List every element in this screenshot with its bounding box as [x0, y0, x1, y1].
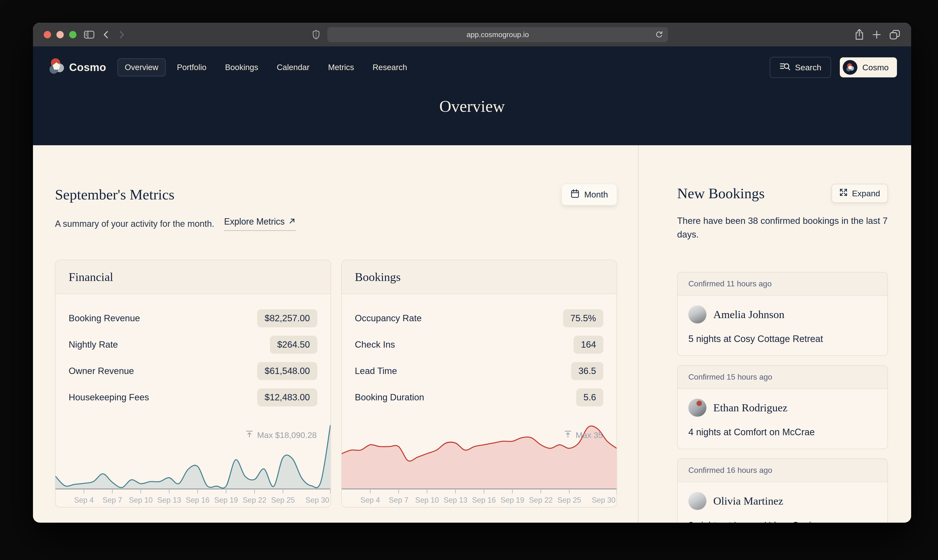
search-button[interactable]: Search [770, 57, 831, 78]
nav-item-research[interactable]: Research [365, 58, 414, 76]
financial-max-label: Max $18,090.28 [257, 430, 317, 440]
max-marker-icon [245, 430, 253, 440]
metrics-subtitle: A summary of your activity for the month… [55, 219, 214, 229]
table-row: Owner Revenue $61,548.00 [69, 362, 317, 380]
metrics-section: September's Metrics Month A summary of y… [33, 145, 638, 523]
booking-status: Confirmed 16 hours ago [677, 459, 887, 482]
metric-label: Occupancy Rate [355, 313, 422, 323]
svg-text:Sep 16: Sep 16 [186, 496, 210, 505]
expand-button-label: Expand [852, 189, 880, 198]
financial-chart: Sep 4Sep 7Sep 10Sep 13Sep 16Sep 19Sep 22… [56, 422, 330, 507]
bookings-card-rows: Occupancy Rate 75.5% Check Ins 164 Lead … [342, 294, 617, 416]
primary-nav: Overview Portfolio Bookings Calendar Met… [117, 58, 415, 76]
guest-name: Ethan Rodriguez [713, 402, 788, 414]
new-bookings-summary: There have been 38 confirmed bookings in… [677, 214, 888, 241]
app-header: Cosmo Overview Portfolio Bookings Calend… [33, 46, 911, 145]
zoom-button[interactable] [69, 31, 76, 38]
financial-card-rows: Booking Revenue $82,257.00 Nightly Rate … [56, 294, 330, 416]
svg-text:Sep 19: Sep 19 [500, 496, 524, 505]
booking-card[interactable]: Confirmed 16 hours ago Olivia Martinez 3… [677, 458, 888, 523]
svg-text:Sep 19: Sep 19 [214, 496, 238, 505]
bookings-max-label: Max 35 [576, 430, 603, 440]
metrics-section-head: September's Metrics Month [55, 184, 617, 205]
account-button[interactable]: Cosmo [840, 57, 897, 77]
metric-cards: Financial Booking Revenue $82,257.00 Nig… [55, 260, 617, 508]
svg-text:Sep 10: Sep 10 [129, 496, 153, 505]
booking-status: Confirmed 11 hours ago [677, 272, 887, 295]
svg-text:Sep 13: Sep 13 [444, 496, 467, 505]
nav-item-portfolio[interactable]: Portfolio [170, 58, 214, 76]
svg-text:Sep 4: Sep 4 [360, 496, 380, 505]
tab-overview-icon[interactable] [889, 29, 900, 40]
svg-text:Sep 30: Sep 30 [592, 496, 615, 505]
booking-card-body: Ethan Rodriguez 4 nights at Comfort on M… [677, 389, 887, 449]
booking-card-body: Olivia Martinez 3 nights at Luxury Urban… [677, 482, 887, 523]
back-button-icon[interactable] [102, 30, 110, 40]
search-list-icon [779, 62, 790, 73]
nav-item-overview[interactable]: Overview [117, 58, 166, 76]
booking-detail: 5 nights at Cosy Cottage Retreat [688, 334, 877, 344]
avatar [688, 305, 707, 323]
booking-card[interactable]: Confirmed 11 hours ago Amelia Johnson 5 … [677, 272, 888, 356]
new-bookings-list: Confirmed 11 hours ago Amelia Johnson 5 … [677, 272, 888, 523]
search-button-label: Search [795, 63, 821, 72]
explore-metrics-label: Explore Metrics [224, 217, 285, 227]
svg-text:Sep 16: Sep 16 [472, 496, 496, 505]
metric-label: Booking Duration [355, 392, 424, 403]
metric-value: 5.6 [576, 388, 603, 406]
booking-status: Confirmed 15 hours ago [677, 366, 887, 389]
financial-max-annotation: Max $18,090.28 [245, 430, 317, 440]
new-bookings-section: New Bookings Expand There have been 38 c… [638, 145, 911, 523]
table-row: Housekeeping Fees $12,483.00 [69, 388, 317, 406]
metrics-section-title: September's Metrics [55, 186, 174, 203]
account-logo-icon [843, 60, 858, 75]
brand[interactable]: Cosmo [47, 57, 106, 78]
guest-row: Olivia Martinez [688, 492, 877, 510]
minimize-button[interactable] [56, 31, 64, 38]
expand-button[interactable]: Expand [832, 184, 888, 203]
metric-value: $82,257.00 [257, 309, 317, 327]
table-row: Occupancy Rate 75.5% [355, 309, 603, 327]
metrics-subtitle-row: A summary of your activity for the month… [55, 217, 617, 231]
financial-card-title: Financial [56, 260, 330, 294]
metric-label: Owner Revenue [69, 366, 134, 376]
guest-name: Olivia Martinez [713, 495, 783, 507]
table-row: Nightly Rate $264.50 [69, 335, 317, 354]
svg-text:Sep 7: Sep 7 [389, 496, 408, 505]
booking-card[interactable]: Confirmed 15 hours ago Ethan Rodriguez 4… [677, 365, 888, 449]
sidebar-toggle-icon[interactable] [84, 30, 94, 39]
table-row: Check Ins 164 [355, 335, 603, 354]
nav-item-calendar[interactable]: Calendar [270, 58, 317, 76]
explore-metrics-link[interactable]: Explore Metrics [224, 217, 296, 231]
window-controls [44, 31, 76, 38]
svg-text:Sep 25: Sep 25 [557, 496, 581, 505]
svg-text:Sep 7: Sep 7 [103, 496, 122, 505]
bookings-card-title: Bookings [342, 260, 617, 294]
nav-item-bookings[interactable]: Bookings [218, 58, 265, 76]
close-button[interactable] [44, 31, 51, 38]
forward-button-icon[interactable] [117, 30, 126, 40]
nav-item-metrics[interactable]: Metrics [321, 58, 361, 76]
guest-row: Amelia Johnson [688, 305, 877, 323]
metric-label: Lead Time [355, 366, 397, 376]
svg-text:Sep 4: Sep 4 [74, 496, 94, 505]
booking-card-body: Amelia Johnson 5 nights at Cosy Cottage … [677, 295, 887, 355]
arrow-up-right-icon [288, 217, 296, 227]
address-bar[interactable]: app.cosmogroup.io [327, 27, 668, 42]
browser-window: app.cosmogroup.io [33, 23, 911, 523]
new-tab-icon[interactable] [872, 29, 882, 40]
svg-text:Sep 22: Sep 22 [529, 496, 552, 505]
svg-text:Sep 10: Sep 10 [415, 496, 439, 505]
privacy-shield-icon[interactable] [312, 29, 320, 40]
brand-name: Cosmo [69, 61, 106, 74]
period-selector-button[interactable]: Month [562, 184, 617, 205]
booking-detail: 3 nights at Luxury Urban Oasis [688, 520, 877, 523]
bookings-max-annotation: Max 35 [564, 430, 603, 440]
app-nav-row: Cosmo Overview Portfolio Bookings Calend… [33, 46, 911, 88]
guest-row: Ethan Rodriguez [688, 398, 877, 417]
reload-icon[interactable] [655, 31, 663, 39]
metric-value: $12,483.00 [257, 388, 317, 406]
page-content: September's Metrics Month A summary of y… [33, 145, 911, 523]
svg-text:Sep 22: Sep 22 [242, 496, 266, 505]
share-icon[interactable] [855, 29, 864, 40]
